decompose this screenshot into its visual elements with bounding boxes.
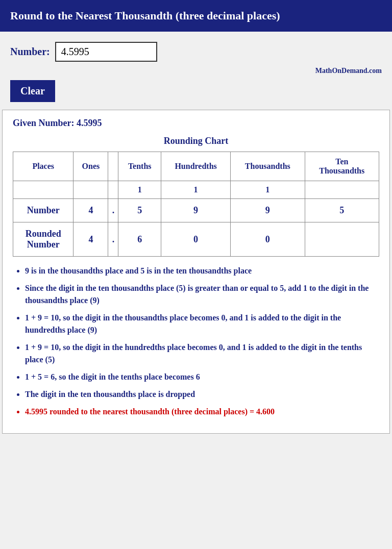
number-row-label: Number xyxy=(13,199,74,222)
carry-col0 xyxy=(13,181,74,199)
table-number-row: Number 4 . 5 9 9 5 xyxy=(13,199,379,222)
number-tenths: 5 xyxy=(118,199,161,222)
rounded-thousandths: 0 xyxy=(231,222,305,257)
number-thousandths: 9 xyxy=(231,199,305,222)
rounded-ten-thousandths xyxy=(305,222,379,257)
number-label: Number: xyxy=(10,46,50,58)
carry-col6 xyxy=(305,181,379,199)
col-ten-thousandths: TenThousandths xyxy=(305,152,379,181)
rounded-row-label: RoundedNumber xyxy=(13,222,74,257)
rounded-hundredths: 0 xyxy=(161,222,231,257)
given-number: Given Number: 4.5995 xyxy=(13,118,379,129)
col-places: Places xyxy=(13,152,74,181)
col-thousandths: Thousandths xyxy=(231,152,305,181)
carry-col5: 1 xyxy=(231,181,305,199)
bullet-item-2: 1 + 9 = 10, so the digit in the thousand… xyxy=(25,312,379,336)
rounded-ones: 4 xyxy=(74,222,108,257)
top-section: Number: MathOnDemand.com Clear xyxy=(0,32,392,110)
bullet-item-0: 9 is in the thousandths place and 5 is i… xyxy=(25,265,379,277)
col-ones: Ones xyxy=(74,152,108,181)
number-ones: 4 xyxy=(74,199,108,222)
rounding-table: Places Ones Tenths Hundredths Thousandth… xyxy=(13,152,379,257)
table-header-row: Places Ones Tenths Hundredths Thousandth… xyxy=(13,152,379,181)
bullet-item-3: 1 + 9 = 10, so the digit in the hundredt… xyxy=(25,341,379,366)
page-header: Round to the Nearest Thousandth (three d… xyxy=(0,0,392,32)
number-hundredths: 9 xyxy=(161,199,231,222)
page-title: Round to the Nearest Thousandth (three d… xyxy=(10,9,280,22)
brand-link: MathOnDemand.com xyxy=(10,67,382,75)
number-input[interactable] xyxy=(55,42,157,62)
number-row: Number: xyxy=(10,42,382,62)
col-tenths: Tenths xyxy=(118,152,161,181)
bullet-item-4: 1 + 5 = 6, so the digit in the tenths pl… xyxy=(25,371,379,383)
number-ten-thousandths: 5 xyxy=(305,199,379,222)
table-rounded-row: RoundedNumber 4 . 6 0 0 xyxy=(13,222,379,257)
results-section: Given Number: 4.5995 Rounding Chart Plac… xyxy=(2,110,390,434)
carry-col1 xyxy=(74,181,108,199)
col-dot-header xyxy=(108,152,118,181)
table-carry-row: 1 1 1 xyxy=(13,181,379,199)
carry-col3: 1 xyxy=(118,181,161,199)
carry-col4: 1 xyxy=(161,181,231,199)
explanation-list: 9 is in the thousandths place and 5 is i… xyxy=(13,265,379,418)
bullet-item-1: Since the digit in the ten thousandths p… xyxy=(25,282,379,307)
bullet-item-6: 4.5995 rounded to the nearest thousandth… xyxy=(25,406,379,418)
carry-dot xyxy=(108,181,118,199)
number-dot: . xyxy=(108,199,118,222)
bullet-item-5: The digit in the ten thousandths place i… xyxy=(25,388,379,401)
col-hundredths: Hundredths xyxy=(161,152,231,181)
chart-title: Rounding Chart xyxy=(13,136,379,146)
rounded-tenths: 6 xyxy=(118,222,161,257)
rounded-dot: . xyxy=(108,222,118,257)
clear-button[interactable]: Clear xyxy=(10,80,55,102)
